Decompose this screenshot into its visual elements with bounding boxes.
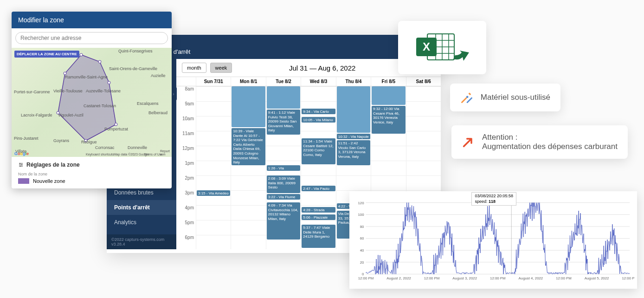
day-header: Sun 7/31	[196, 77, 231, 86]
map-place: Corronsac	[95, 145, 115, 150]
sidebar-footer: ©2022 capturs-systems.com v3.28.4	[107, 234, 176, 249]
map-place: Saint-Orens-de-Gameville	[109, 66, 157, 71]
map-place: Lacroix-Falgarde	[21, 113, 52, 117]
alert-fuel-text: Attention : Augmentation des dépenses ca…	[482, 133, 618, 151]
map-place: Vieille-Toulouse	[53, 89, 83, 93]
calendar-event[interactable]: 4:09 - 7:34 Via Civitavecchia 104, 20132…	[267, 202, 300, 240]
tools-icon	[460, 91, 473, 104]
calendar-event[interactable]: 2:47 - Via Paolo Ca	[302, 186, 335, 191]
day-header: Thu 8/4	[336, 77, 371, 86]
svg-point-6	[108, 81, 110, 84]
map-place: Vigoulet-Auzil	[58, 113, 84, 117]
hour-label: 11am	[176, 131, 196, 146]
svg-text:60: 60	[360, 237, 364, 241]
excel-export-card[interactable]: X	[398, 21, 486, 74]
calendar-event[interactable]	[267, 86, 300, 109]
map-place: Pins-Justaret	[14, 136, 39, 141]
zone-editor-panel: Modifier la zone DÉPLACER LA ZONE AU CEN…	[12, 12, 172, 188]
sidebar-item-points-d-arr-t[interactable]: Points d'arrêt	[107, 200, 176, 215]
alert-fuel[interactable]: Attention : Augmentation des dépenses ca…	[451, 125, 628, 159]
svg-text:12:00 PM: 12:00 PM	[556, 276, 572, 280]
calendar-event[interactable]: 10:32 - Via Napole	[337, 134, 370, 139]
calendar-event[interactable]: 1:26 - Via Francesco	[267, 165, 300, 171]
svg-text:40: 40	[360, 248, 364, 253]
zone-search-wrap	[12, 28, 172, 48]
calendar-event[interactable]: 10:05 - Via Milano	[302, 117, 335, 123]
map-place: Goyrans	[53, 138, 69, 143]
day-header: Fri 8/5	[371, 77, 406, 86]
zone-settings-title: Réglages de la zone	[18, 162, 165, 168]
calendar-event[interactable]	[372, 86, 405, 105]
day-header: Mon 8/1	[231, 77, 265, 86]
svg-point-17	[466, 96, 469, 98]
hour-label: 3pm	[176, 190, 196, 205]
zone-name-value[interactable]: Nouvelle zone	[33, 178, 65, 184]
day-header: Wed 8/3	[301, 77, 335, 86]
map-place: Donneville	[128, 145, 147, 150]
hour-label: 9am	[176, 101, 196, 116]
calendar-event[interactable]: 2:08 - 3:09 Viale Italia 800, 20099 Sest…	[267, 175, 300, 193]
zone-name-label: Nom de la zone	[18, 172, 165, 176]
map-place: Belberaud	[148, 110, 167, 115]
svg-text:12:00 PM: 12:00 PM	[622, 276, 634, 280]
svg-text:X: X	[423, 40, 430, 53]
calendar-event[interactable]: 3:15 - Via Amedeo	[197, 190, 230, 196]
map-place: Quint-Fonsegrives	[118, 49, 153, 53]
map-place: Ramonville-Saint-Agne	[65, 75, 108, 79]
svg-text:12:00 PM: 12:00 PM	[490, 276, 506, 280]
calendar-event[interactable]	[232, 86, 265, 127]
alert-underused[interactable]: Matériel sous-utilisé	[450, 84, 560, 111]
zone-map[interactable]: DÉPLACER LA ZONE AU CENTRE Quint-Fonsegr…	[12, 48, 172, 157]
calendar-event[interactable]: 5:06 - Piazzale Dell	[302, 214, 335, 220]
svg-text:80: 80	[360, 225, 364, 229]
calendar-event[interactable]: 10:39 - Viale Dante Al 10:57 - 7:22 Via …	[232, 128, 265, 165]
calendar-event[interactable]: 9:32 - 12:00 Via Cesare Piva 46, 30176 V…	[372, 106, 405, 134]
calendar-title: Jul 31 — Aug 6, 2022	[236, 64, 409, 72]
map-attrib[interactable]: Report a m	[160, 149, 172, 156]
zone-search-input[interactable]	[15, 32, 168, 44]
svg-text:20: 20	[360, 260, 364, 265]
sliders-icon	[18, 162, 24, 168]
svg-text:120: 120	[358, 201, 364, 205]
day-column: 9:41 - 1:12 Viale Fulvio Testi 38, 20099…	[266, 86, 301, 249]
svg-text:August 5, 2022: August 5, 2022	[585, 276, 609, 280]
svg-text:12:00 PM: 12:00 PM	[358, 276, 374, 280]
day-column: 9:34 - Via Carlo Mo10:05 - Via Milano11:…	[301, 86, 335, 249]
map-place: Auzielle	[151, 73, 166, 78]
sidebar-item-analytics[interactable]: Analytics	[107, 215, 176, 230]
month-button[interactable]: month	[182, 63, 206, 73]
speed-chart[interactable]: 020406080100120 12:00 PMAugust 2, 202212…	[352, 194, 634, 286]
chart-tooltip: 03/08/2022 20:05:58 speed: 118	[471, 192, 516, 206]
excel-export-icon: X	[410, 29, 475, 66]
svg-text:August 4, 2022: August 4, 2022	[519, 276, 543, 280]
day-column: 3:15 - Via Amedeo	[196, 86, 231, 249]
map-place: Portet-sur-Garonne	[14, 90, 50, 94]
calendar-event[interactable]: 9:34 - Via Carlo Mo	[302, 109, 335, 114]
svg-text:0: 0	[362, 272, 364, 276]
calendar-event[interactable]: 11:51 - 2:42 Vicolo San Carlo 3, 37128 V…	[337, 140, 370, 165]
map-place: Auzeville-Tolosane	[86, 89, 121, 93]
map-place: Pompertuzat	[104, 127, 128, 131]
alert-underused-text: Matériel sous-utilisé	[481, 93, 550, 102]
calendar-event[interactable]: 11:34 - 1:54 Viale Cesare Battisti 12, 2…	[302, 138, 335, 164]
day-header: Tue 8/2	[266, 77, 301, 86]
calendar-event[interactable]: 9:41 - 1:12 Viale Fulvio Testi 38, 20099…	[267, 110, 300, 135]
svg-text:100: 100	[358, 213, 364, 217]
week-button[interactable]: week	[210, 63, 232, 73]
hour-label: 8am	[176, 86, 196, 101]
map-place: Escalquens	[137, 101, 159, 106]
move-zone-button[interactable]: DÉPLACER LA ZONE AU CENTRE	[14, 51, 79, 58]
svg-text:August 3, 2022: August 3, 2022	[452, 276, 477, 280]
hour-label: 12pm	[176, 146, 196, 161]
zone-color-swatch[interactable]	[18, 178, 29, 184]
map-place: Castanet-Tolosan	[84, 104, 116, 108]
calendar-event[interactable]: 5:37 - 7:47 Viale Delle Mura 1, 24129 Be…	[302, 225, 335, 248]
map-attrib: Keyboard shortcuts	[86, 153, 114, 156]
calendar-event[interactable]: 3:22 - Via Fiume 6,	[267, 194, 300, 200]
hour-label: 10am	[176, 116, 196, 131]
hour-label: 5pm	[176, 220, 196, 235]
speed-chart-panel: 03/08/2022 20:05:58 speed: 118 020406080…	[349, 191, 637, 289]
calendar-event[interactable]	[337, 86, 370, 133]
calendar-event[interactable]: 4:28 - Strada Provi	[302, 207, 335, 213]
day-column: 10:39 - Viale Dante Al 10:57 - 7:22 Via …	[231, 86, 265, 249]
